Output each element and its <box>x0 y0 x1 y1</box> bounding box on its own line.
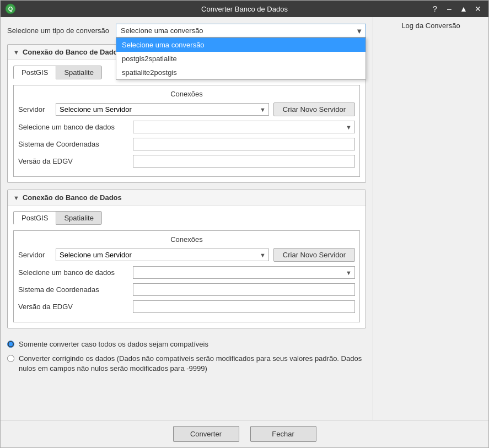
section1-edgv-label: Versão da EDGV <box>18 157 128 165</box>
section2-criar-servidor-button[interactable]: Criar Novo Servidor <box>273 248 355 262</box>
right-panel-title: Log da Conversão <box>378 21 484 30</box>
radio-row-1: Somente converter caso todos os dados se… <box>7 339 366 349</box>
section1-criar-servidor-button[interactable]: Criar Novo Servidor <box>273 102 355 116</box>
section1-db-select[interactable] <box>133 121 355 133</box>
radio-option1-label: Somente converter caso todos os dados se… <box>19 339 208 349</box>
section2-connections-box: Conexões Servidor Selecione um Servidor … <box>13 230 360 322</box>
fechar-button[interactable]: Fechar <box>250 426 316 442</box>
section2-tabs: PostGIS Spatialite <box>13 211 360 225</box>
section1-connections-title: Conexões <box>18 90 355 98</box>
minimize-button[interactable]: – <box>443 3 455 15</box>
dropdown-item-selecione[interactable]: Selecione uma conversão <box>116 38 366 52</box>
svg-text:Q: Q <box>8 6 13 12</box>
section2-tab-spatialite[interactable]: Spatialite <box>56 211 101 225</box>
radio-option1-input[interactable] <box>7 341 14 348</box>
section1-srs-label: Sistema de Coordenadas <box>18 140 128 148</box>
section1-edgv-row: Versão da EDGV <box>18 155 355 168</box>
section2-edgv-input[interactable] <box>133 300 355 313</box>
conversion-type-row: Selecione um tipo de conversão Selecione… <box>7 24 366 37</box>
section1-server-select-wrapper: Selecione um Servidor ▼ <box>56 103 269 116</box>
section1-db-row: Selecione um banco de dados ▼ <box>18 121 355 133</box>
help-button[interactable]: ? <box>429 3 441 15</box>
radio-group: Somente converter caso todos os dados se… <box>7 335 366 379</box>
section1-connections-box: Conexões Servidor Selecione um Servidor … <box>13 85 360 177</box>
section1-edgv-input[interactable] <box>133 155 355 168</box>
section2-db-select[interactable] <box>133 266 355 279</box>
section1-title: Conexão do Banco de Dados <box>23 48 122 56</box>
section1-srs-row: Sistema de Coordenadas <box>18 138 355 150</box>
section2-edgv-label: Versão da EDGV <box>18 303 128 311</box>
section1-tab-spatialite[interactable]: Spatialite <box>56 66 101 79</box>
section2-db-label: Selecione um banco de dados <box>18 268 128 277</box>
section1-server-label: Servidor <box>18 105 51 114</box>
section2-server-row: Servidor Selecione um Servidor ▼ Criar N… <box>18 248 355 262</box>
section2-srs-row: Sistema de Coordenadas <box>18 283 355 296</box>
dropdown-item-spatialite2postgis[interactable]: spatialite2postgis <box>116 66 366 79</box>
maximize-button[interactable]: ▲ <box>458 3 470 15</box>
section2-db-row: Selecione um banco de dados ▼ <box>18 266 355 279</box>
section1-srs-input[interactable] <box>133 138 355 150</box>
section2-server-select-wrapper: Selecione um Servidor ▼ <box>56 249 269 261</box>
radio-row-2: Converter corrigindo os dados (Dados não… <box>7 354 366 374</box>
section2-db-select-wrapper: ▼ <box>133 266 355 279</box>
window-title: Converter Banco de Dados <box>201 5 288 13</box>
section2-title: Conexão do Banco de Dados <box>23 193 122 202</box>
converter-button[interactable]: Converter <box>173 426 239 442</box>
main-window: Q Converter Banco de Dados ? – ▲ ✕ Selec… <box>0 0 489 448</box>
section2-srs-label: Sistema de Coordenadas <box>18 285 128 294</box>
section2-server-select[interactable]: Selecione um Servidor <box>56 249 269 261</box>
section2-connections-title: Conexões <box>18 235 355 244</box>
section2-srs-input[interactable] <box>133 283 355 296</box>
radio-option2-input[interactable] <box>7 355 14 362</box>
conversion-type-dropdown-wrapper: Selecione uma conversão ▼ Selecione uma … <box>116 24 366 37</box>
left-panel: Selecione um tipo de conversão Selecione… <box>1 17 373 420</box>
dropdown-item-postgis2spatialite[interactable]: postgis2spatialite <box>116 52 366 66</box>
section2-box: ▼ Conexão do Banco de Dados PostGIS Spat… <box>7 190 366 328</box>
section1-db-label: Selecione um banco de dados <box>18 123 128 131</box>
main-content: Selecione um tipo de conversão Selecione… <box>1 17 488 420</box>
section2-tab-postgis[interactable]: PostGIS <box>13 211 56 225</box>
close-button[interactable]: ✕ <box>472 3 484 15</box>
section2-header[interactable]: ▼ Conexão do Banco de Dados <box>8 190 366 206</box>
section1-collapse-icon: ▼ <box>13 49 19 56</box>
section2-server-label: Servidor <box>18 251 51 259</box>
app-logo-icon: Q <box>5 3 16 14</box>
right-panel: Log da Conversão <box>373 17 488 420</box>
section2-edgv-row: Versão da EDGV <box>18 300 355 313</box>
section2-collapse-icon: ▼ <box>13 195 19 201</box>
conversion-type-select[interactable]: Selecione uma conversão <box>116 24 366 37</box>
section1-server-row: Servidor Selecione um Servidor ▼ Criar N… <box>18 102 355 116</box>
section2-body: PostGIS Spatialite Conexões Servidor <box>8 206 366 328</box>
conversion-type-label: Selecione um tipo de conversão <box>7 26 109 35</box>
section1-db-select-wrapper: ▼ <box>133 121 355 133</box>
section1-tab-postgis[interactable]: PostGIS <box>13 66 56 79</box>
titlebar: Q Converter Banco de Dados ? – ▲ ✕ <box>1 1 488 17</box>
conversion-type-dropdown-open: Selecione uma conversão postgis2spatiali… <box>116 37 366 80</box>
bottom-bar: Converter Fechar <box>1 420 488 447</box>
section1-server-select[interactable]: Selecione um Servidor <box>56 103 269 116</box>
radio-option2-label: Converter corrigindo os dados (Dados não… <box>19 354 366 374</box>
